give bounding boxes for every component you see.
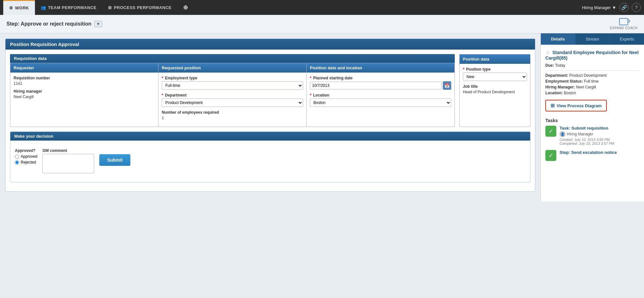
process-diagram-icon: ⊞ — [551, 103, 555, 109]
requested-position-col: Requested position * Employment type — [158, 63, 307, 127]
decision-grid: Approved? Approved Rejected — [15, 145, 526, 178]
hiring-manager-field: Hiring manager Neel Cargill — [14, 89, 155, 99]
approved-col: Approved? Approved Rejected — [15, 148, 37, 165]
approved-radio-option[interactable]: Approved — [15, 154, 37, 159]
req-grid: Requester Requisition number 1141 Hiring… — [10, 63, 455, 127]
required-star-dept: * — [162, 93, 163, 97]
task-item-0: ✓ Task: Submit requisition 👤 Hiring Mana… — [545, 126, 639, 145]
rejected-radio[interactable] — [15, 160, 19, 165]
top-navigation: ⚙ WORK 👥 TEAM PERFORMANCE ⊞ PROCESS PERF… — [0, 0, 644, 15]
help-icon-button[interactable]: ? — [632, 3, 641, 12]
position-date-location-col: Position date and location * Planned sta… — [307, 63, 454, 127]
requested-position-col-body: * Employment type Full-time Part-time Co… — [158, 73, 306, 127]
req-data-header: Requisition data — [10, 54, 455, 63]
required-star-pos: * — [463, 67, 464, 72]
sub-header: Step: Approve or reject requisition ▼ EX… — [0, 15, 644, 33]
link-icon-button[interactable]: 🔗 — [619, 3, 628, 12]
nav-add[interactable]: ⊕ — [177, 0, 194, 15]
task-title-link[interactable]: Standard Employee Requisition for Neel C… — [545, 50, 639, 61]
department-field: * Department Product Development Enginee… — [162, 93, 303, 107]
decision-header: Make your decision — [10, 132, 530, 141]
content-area: Position Requisition Approval Requisitio… — [0, 33, 644, 201]
hiring-manager-meta: Hiring Manager: Neel Cargill — [545, 85, 639, 89]
gm-comment-textarea[interactable] — [42, 154, 94, 173]
position-requisition-card: Position Requisition Approval Requisitio… — [5, 39, 535, 192]
help-icon: ? — [635, 5, 638, 10]
num-employees-field: Number of employees required 1 — [162, 110, 303, 120]
requester-col: Requester Requisition number 1141 Hiring… — [10, 63, 158, 127]
tasks-label: Tasks — [545, 118, 639, 123]
planned-start-input[interactable] — [310, 82, 442, 89]
expand-coach-button[interactable]: EXPAND COACH — [610, 18, 638, 30]
gear-icon: ⚙ — [9, 6, 13, 10]
task-name-0[interactable]: Task: Submit requisition — [560, 126, 639, 131]
position-date-location-body: * Planned starting date 📅 — [307, 73, 454, 113]
decision-card: Make your decision Approved? Approved — [10, 132, 530, 182]
people-icon: 👥 — [41, 5, 46, 10]
link-icon: 🔗 — [621, 5, 627, 10]
requester-col-header: Requester — [10, 63, 158, 73]
person-icon-0: 👤 — [560, 131, 565, 137]
form-content: Position Requisition Approval Requisitio… — [0, 33, 540, 201]
task-item-1: ✓ Step: Send escalation notice — [545, 150, 639, 161]
star-icon[interactable]: ☆ — [545, 50, 550, 55]
position-data-body: * Position type New Replacement Job titl… — [460, 64, 530, 101]
right-panel: Details Stream Experts ☆ Standard Employ… — [540, 33, 644, 201]
calendar-icon[interactable]: 📅 — [443, 81, 451, 90]
job-title-field: Job title Head of Product Development — [463, 84, 527, 94]
task-dates-0: Created: July 10, 2013 3:56 PM Completed… — [560, 138, 639, 145]
hiring-manager-dropdown[interactable]: Hiring Manager ▼ — [582, 5, 616, 10]
submit-col: Submit — [99, 148, 130, 166]
employment-type-select[interactable]: Full-time Part-time Contract — [162, 81, 303, 90]
step-title: Step: Approve or reject requisition ▼ — [6, 21, 102, 27]
gm-comment-col: GM comment — [42, 148, 94, 174]
task-completed-icon-0: ✓ — [545, 126, 556, 137]
employment-status-meta: Employment Status: Full time — [545, 79, 639, 84]
decision-body: Approved? Approved Rejected — [10, 141, 530, 182]
date-wrapper: 📅 — [310, 81, 451, 90]
position-data-header: Position data — [460, 54, 530, 64]
task-info-1: Step: Send escalation notice — [560, 150, 639, 155]
planned-start-field: * Planned starting date 📅 — [310, 76, 451, 90]
tab-details[interactable]: Details — [541, 33, 575, 45]
nav-right: Hiring Manager ▼ 🔗 ? — [582, 3, 641, 12]
department-meta: Department: Product Development — [545, 73, 639, 78]
tab-stream[interactable]: Stream — [575, 33, 610, 45]
card-body: Requisition data Requester Requisiti — [5, 50, 535, 191]
rejected-radio-option[interactable]: Rejected — [15, 160, 37, 165]
employment-type-field: * Employment type Full-time Part-time Co… — [162, 76, 303, 90]
required-star-loc: * — [310, 93, 311, 97]
location-select[interactable]: Boston New York Chicago — [310, 98, 451, 107]
right-panel-body: ☆ Standard Employee Requisition for Neel… — [541, 45, 644, 170]
location-field: * Location Boston New York Chicago — [310, 93, 451, 107]
divider-1 — [545, 70, 639, 71]
req-number-field: Requisition number 1141 — [14, 76, 155, 86]
location-meta: Location: Boston — [545, 91, 639, 95]
right-panel-tabs: Details Stream Experts — [541, 33, 644, 45]
radio-group: Approved Rejected — [15, 154, 37, 165]
submit-button[interactable]: Submit — [99, 154, 130, 166]
position-date-location-header: Position date and location — [307, 63, 454, 73]
nav-process-performance[interactable]: ⊞ PROCESS PERFORMANCE — [102, 0, 177, 15]
requester-col-body: Requisition number 1141 Hiring manager N… — [10, 73, 158, 106]
tab-experts[interactable]: Experts — [610, 33, 644, 45]
required-star-start: * — [310, 76, 311, 80]
due-field: Due: Today — [545, 63, 639, 68]
requested-position-col-header: Requested position — [158, 63, 306, 73]
approved-radio[interactable] — [15, 155, 19, 159]
task-name-1[interactable]: Step: Send escalation notice — [560, 150, 639, 155]
chevron-down-icon: ▼ — [612, 5, 616, 10]
view-process-diagram-button[interactable]: ⊞ View Process Diagram — [545, 100, 607, 111]
step-dropdown-button[interactable]: ▼ — [94, 21, 103, 27]
department-select[interactable]: Product Development Engineering Marketin… — [162, 98, 303, 107]
position-type-select[interactable]: New Replacement — [463, 73, 527, 81]
nav-work[interactable]: ⚙ WORK — [3, 0, 35, 15]
process-icon: ⊞ — [108, 5, 112, 10]
task-completed-icon-1: ✓ — [545, 150, 556, 161]
task-info-0: Task: Submit requisition 👤 Hiring Manage… — [560, 126, 639, 145]
task-title-section: ☆ Standard Employee Requisition for Neel… — [545, 49, 639, 61]
required-star: * — [162, 76, 163, 80]
position-data-section: Position data * Position type New Re — [459, 54, 530, 127]
requisition-data-section: Requisition data Requester Requisiti — [10, 54, 455, 127]
nav-team-performance[interactable]: 👥 TEAM PERFORMANCE — [35, 0, 103, 15]
